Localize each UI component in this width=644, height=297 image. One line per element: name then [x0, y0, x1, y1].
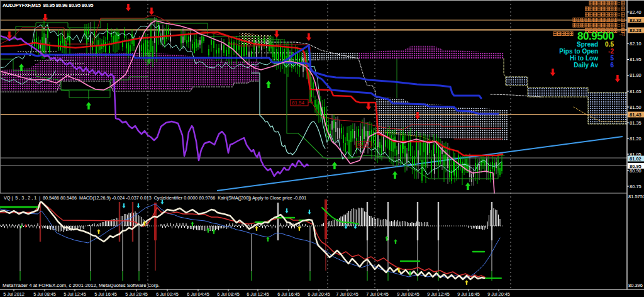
svg-text:6 Jul 04:45: 6 Jul 04:45 [187, 291, 209, 297]
svg-text:80.95: 80.95 [630, 164, 641, 169]
svg-text:81.35: 81.35 [630, 120, 641, 126]
svg-text:81.20: 81.20 [630, 136, 641, 142]
svg-text:7 Jul 00:45: 7 Jul 00:45 [336, 291, 358, 297]
svg-text:81.16: 81.16 [357, 142, 369, 147]
svg-text:81.80: 81.80 [630, 72, 641, 78]
svg-text:AUDJPYFXF,M15 80.95 80.96 80.: AUDJPYFXF,M15 80.95 80.96 80.95 80.95 [3, 3, 94, 8]
svg-text:81.5757: 81.5757 [628, 194, 644, 199]
svg-text:80.75: 80.75 [630, 184, 641, 189]
svg-text:82.23: 82.23 [630, 28, 641, 33]
svg-text:5 Jul 2012: 5 Jul 2012 [3, 291, 25, 297]
svg-text:9 Jul 16:45: 9 Jul 16:45 [457, 291, 480, 297]
svg-text:7 Jul 04:45: 7 Jul 04:45 [366, 291, 389, 297]
svg-text:81.43: 81.43 [630, 112, 641, 118]
svg-text:81.54: 81.54 [292, 100, 305, 106]
svg-text:Daily Av: Daily Av [574, 62, 598, 69]
svg-text:Pips to Open: Pips to Open [559, 48, 598, 55]
svg-text:82.40: 82.40 [630, 9, 641, 15]
svg-text:82.32: 82.32 [630, 18, 641, 23]
svg-text:VQ | 5 , 3 , 2 , 1 | 80.548: VQ | 5 , 3 , 2 , 1 | 80.5486 80.5486 MAC… [4, 195, 306, 201]
svg-text:80.396: 80.396 [628, 283, 643, 288]
svg-text:Hi to Low: Hi to Low [570, 55, 598, 62]
svg-text:6: 6 [610, 62, 614, 69]
svg-text:9 Jul 12:45: 9 Jul 12:45 [427, 291, 450, 297]
svg-text:6 Jul 16:45: 6 Jul 16:45 [277, 291, 300, 297]
svg-text:9 Jul 20:45: 9 Jul 20:45 [487, 291, 510, 297]
svg-text:6 Jul 12:45: 6 Jul 12:45 [247, 291, 269, 297]
svg-text:--!!: --!! [619, 32, 625, 36]
svg-text:81.50: 81.50 [630, 104, 641, 110]
svg-text:Spread: Spread [577, 41, 598, 48]
svg-text:-2: -2 [608, 48, 614, 55]
svg-text:5 Jul 12:45: 5 Jul 12:45 [64, 291, 86, 297]
svg-text:81.65: 81.65 [630, 89, 641, 94]
svg-text:6 Jul 08:45: 6 Jul 08:45 [217, 291, 240, 297]
svg-text:0.5: 0.5 [605, 41, 614, 48]
svg-text:82.10: 82.10 [630, 41, 641, 47]
svg-text:5: 5 [610, 55, 614, 62]
svg-text:9 Jul 08:45: 9 Jul 08:45 [397, 291, 419, 297]
svg-text:6 Jul 20:45: 6 Jul 20:45 [308, 291, 330, 297]
svg-text:81.02: 81.02 [630, 156, 641, 162]
svg-text:6 Jul 00:45: 6 Jul 00:45 [156, 291, 179, 297]
svg-text:81.95: 81.95 [630, 57, 641, 62]
svg-text:5 Jul 20:45: 5 Jul 20:45 [125, 291, 148, 297]
svg-text:MetaTrader 4 at FOREX.com, c 2: MetaTrader 4 at FOREX.com, c 2001-2012, … [3, 283, 160, 288]
svg-text:5 Jul 08:45: 5 Jul 08:45 [33, 291, 56, 297]
svg-text:5 Jul 16:45: 5 Jul 16:45 [94, 291, 117, 297]
